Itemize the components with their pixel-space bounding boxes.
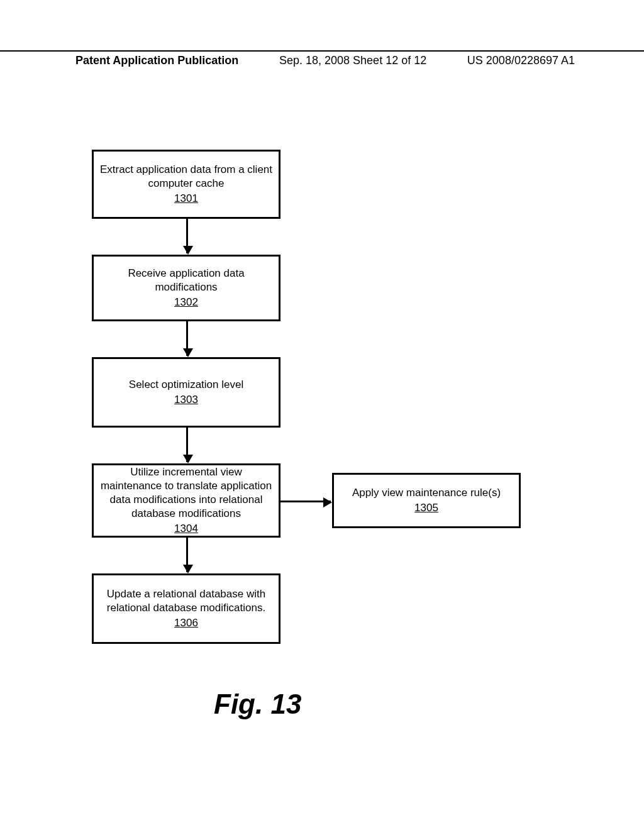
flow-box-text: Receive application data modifications	[99, 267, 274, 294]
flow-box-receive: Receive application data modifications 1…	[92, 255, 280, 321]
flow-box-extract: Extract application data from a client c…	[92, 150, 280, 219]
flow-box-text: Update a relational database with relati…	[99, 587, 274, 615]
header-mid: Sep. 18, 2008 Sheet 12 of 12	[279, 54, 426, 67]
header-row: Patent Application Publication Sep. 18, …	[0, 52, 644, 67]
flow-box-select: Select optimization level 1303	[92, 357, 280, 428]
flow-box-ref: 1305	[414, 501, 438, 515]
arrow-down-icon	[186, 428, 188, 462]
flow-box-ref: 1306	[174, 616, 198, 630]
page: Patent Application Publication Sep. 18, …	[0, 0, 644, 830]
arrow-right-icon	[280, 501, 331, 502]
flow-box-utilize: Utilize incremental view maintenance to …	[92, 463, 280, 538]
flow-box-text: Apply view maintenance rule(s)	[352, 486, 501, 500]
arrow-down-icon	[186, 321, 188, 356]
flow-box-text: Utilize incremental view maintenance to …	[99, 465, 274, 521]
flow-box-ref: 1302	[174, 296, 198, 309]
header-right: US 2008/0228697 A1	[467, 54, 575, 67]
flow-box-text: Extract application data from a client c…	[99, 163, 274, 191]
header-left: Patent Application Publication	[75, 54, 238, 67]
flow-box-update: Update a relational database with relati…	[92, 573, 280, 644]
flow-box-ref: 1303	[174, 393, 198, 407]
figure-label: Fig. 13	[214, 689, 301, 720]
flow-box-text: Select optimization level	[129, 378, 243, 392]
arrow-down-icon	[186, 219, 188, 253]
flow-box-ref: 1304	[174, 522, 198, 536]
page-header: Patent Application Publication Sep. 18, …	[0, 50, 644, 67]
flow-box-ref: 1301	[174, 192, 198, 206]
arrow-down-icon	[186, 538, 188, 572]
flow-box-apply: Apply view maintenance rule(s) 1305	[332, 473, 521, 528]
